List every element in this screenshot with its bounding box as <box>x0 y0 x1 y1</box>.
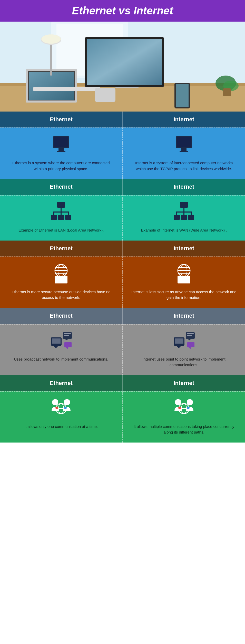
person-globe-icon-left <box>50 397 73 420</box>
svg-rect-70 <box>64 333 71 334</box>
svg-marker-67 <box>53 346 58 348</box>
section-definition: EthernetInternet Ethernet is a system wh… <box>0 112 245 179</box>
section-security-ethernet-content: Ethernet is more secure because outside … <box>0 256 122 308</box>
svg-point-22 <box>41 34 61 44</box>
svg-rect-66 <box>52 338 61 344</box>
svg-rect-81 <box>187 342 194 347</box>
section-broadcast-content: Uses broadcast network to implement comm… <box>0 324 245 375</box>
section-definition-internet-content: Internet is a system of interconnected c… <box>122 127 245 179</box>
network-tree-icon-right <box>172 201 195 224</box>
section-security-internet-heading: Internet <box>122 241 245 256</box>
section-security-content: Ethernet is more secure because outside … <box>0 256 245 308</box>
svg-rect-26 <box>57 151 65 152</box>
sections-container: EthernetInternet Ethernet is a system wh… <box>0 112 245 443</box>
svg-rect-36 <box>68 211 69 215</box>
section-definition-internet-text: Internet is a system of interconnected c… <box>131 160 237 172</box>
svg-rect-72 <box>64 342 72 347</box>
svg-rect-48 <box>188 215 194 220</box>
section-definition-ethernet-heading: Ethernet <box>0 112 122 127</box>
section-example-internet-heading: Internet <box>122 179 245 195</box>
section-communication-content: It allows only one communication at a ti… <box>0 391 245 443</box>
svg-point-90 <box>55 407 58 409</box>
svg-rect-24 <box>54 137 68 147</box>
svg-rect-38 <box>58 215 64 220</box>
svg-rect-25 <box>58 148 64 151</box>
svg-rect-41 <box>183 208 184 211</box>
svg-point-91 <box>64 407 67 409</box>
section-broadcast-internet-content: Internet uses point to point network to … <box>122 324 245 375</box>
svg-rect-39 <box>65 215 71 220</box>
svg-rect-44 <box>183 211 184 215</box>
title-bar: Ethernet vs Internet <box>0 0 245 22</box>
hero-image <box>0 22 245 112</box>
svg-rect-35 <box>61 211 62 215</box>
svg-rect-29 <box>181 148 187 151</box>
svg-rect-75 <box>175 338 183 344</box>
section-communication-ethernet-content: It allows only one communication at a ti… <box>0 391 122 443</box>
chat-broadcast-icon-left <box>50 330 73 353</box>
section-broadcast-ethernet-content: Uses broadcast network to implement comm… <box>0 324 122 375</box>
svg-rect-34 <box>53 211 54 215</box>
section-security-internet-content: Internet is less secure as anyone can ac… <box>122 256 245 308</box>
section-security-header: EthernetInternet <box>0 241 245 256</box>
svg-rect-28 <box>177 137 191 147</box>
svg-rect-20 <box>50 40 52 76</box>
svg-rect-80 <box>187 335 192 336</box>
section-broadcast: EthernetInternet Uses broadcast network … <box>0 308 245 375</box>
svg-rect-46 <box>174 215 180 220</box>
svg-rect-71 <box>64 335 69 336</box>
section-definition-ethernet-content: Ethernet is a system where the computers… <box>0 127 122 179</box>
svg-point-99 <box>178 407 181 409</box>
svg-point-98 <box>187 399 193 405</box>
section-security-ethernet-text: Ethernet is more secure because outside … <box>8 289 114 301</box>
svg-rect-47 <box>181 215 187 220</box>
section-definition-ethernet-text: Ethernet is a system where the computers… <box>8 160 114 172</box>
section-communication-internet-heading: Internet <box>122 375 245 391</box>
section-security-ethernet-heading: Ethernet <box>0 241 122 256</box>
svg-point-92 <box>175 399 181 405</box>
section-example-ethernet-content: Example of Ethernet is LAN (Local Area N… <box>0 195 122 241</box>
svg-rect-31 <box>57 202 65 208</box>
section-example-header: EthernetInternet <box>0 179 245 195</box>
section-example-internet-text: Example of Internet is WAN (Wide Area Ne… <box>141 227 227 233</box>
section-broadcast-header: EthernetInternet <box>0 308 245 324</box>
svg-rect-43 <box>176 211 177 215</box>
svg-rect-14 <box>95 88 115 102</box>
svg-marker-69 <box>64 339 68 341</box>
network-tree-icon-left <box>50 201 73 224</box>
section-communication-header: EthernetInternet <box>0 375 245 391</box>
svg-rect-79 <box>187 333 194 334</box>
svg-rect-30 <box>180 151 188 152</box>
svg-rect-40 <box>180 202 188 208</box>
globe-computer-icon-right <box>172 262 195 286</box>
svg-rect-45 <box>191 211 192 215</box>
svg-rect-32 <box>61 208 62 211</box>
svg-marker-73 <box>65 347 68 349</box>
svg-rect-59 <box>181 281 187 282</box>
svg-marker-78 <box>187 339 191 341</box>
section-communication: EthernetInternet It allows only one comm… <box>0 375 245 443</box>
svg-rect-37 <box>51 215 57 220</box>
svg-rect-19 <box>223 88 231 96</box>
section-communication-ethernet-text: It allows only one communication at a ti… <box>24 424 98 430</box>
section-broadcast-internet-heading: Internet <box>122 308 245 324</box>
section-security: EthernetInternet Ethernet is more secure… <box>0 241 245 308</box>
svg-rect-13 <box>33 87 100 91</box>
desktop-computer-icon-right <box>172 133 195 157</box>
svg-rect-9 <box>87 39 162 85</box>
svg-point-83 <box>52 399 58 405</box>
section-communication-internet-content: It allows multiple communications taking… <box>122 391 245 443</box>
svg-marker-76 <box>176 346 181 348</box>
section-definition-content: Ethernet is a system where the computers… <box>0 127 245 179</box>
section-example-internet-content: Example of Internet is WAN (Wide Area Ne… <box>122 195 245 241</box>
page-title: Ethernet vs Internet <box>5 5 240 17</box>
section-example-ethernet-text: Example of Ethernet is LAN (Local Area N… <box>18 227 104 233</box>
svg-rect-51 <box>58 281 64 282</box>
person-globe-icon-right <box>172 397 195 420</box>
svg-point-89 <box>64 399 70 405</box>
svg-rect-16 <box>176 84 189 107</box>
desktop-computer-icon-left <box>50 133 73 157</box>
section-definition-internet-heading: Internet <box>122 112 245 127</box>
section-example-ethernet-heading: Ethernet <box>0 179 122 195</box>
section-broadcast-ethernet-heading: Ethernet <box>0 308 122 324</box>
